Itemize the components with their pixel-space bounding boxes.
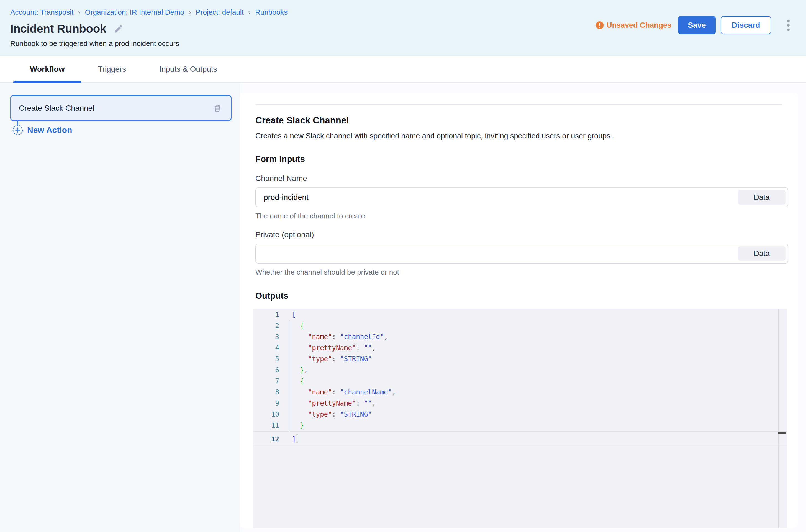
editor-line: 1[ — [253, 309, 787, 320]
delete-action-button[interactable] — [212, 102, 223, 114]
unsaved-changes-indicator: Unsaved Changes — [596, 21, 672, 30]
editor-caret — [297, 434, 297, 442]
editor-line: 10 "type": "STRING" — [253, 409, 787, 420]
page-header: Account: Transposit›Organization: IR Int… — [0, 0, 806, 56]
channel-name-data-button[interactable]: Data — [738, 190, 786, 205]
editor-line: 12] — [253, 434, 787, 445]
editor-line-content: "prettyName": "", — [290, 342, 376, 354]
outputs-heading: Outputs — [255, 291, 788, 301]
editor-line-content: "prettyName": "", — [290, 398, 376, 409]
warning-icon — [596, 21, 604, 29]
editor-line: 5 "type": "STRING" — [253, 354, 787, 364]
page-title: Incident Runbook — [10, 22, 106, 35]
editor-line-content: } — [290, 420, 304, 431]
tab-workflow[interactable]: Workflow — [13, 56, 81, 82]
detail-title: Create Slack Channel — [255, 115, 788, 126]
editor-line-number: 5 — [253, 354, 290, 364]
workflow-action-card[interactable]: Create Slack Channel — [10, 95, 232, 121]
tab-inputs-outputs[interactable]: Inputs & Outputs — [143, 56, 234, 82]
outputs-code-editor[interactable]: 1[2 {3 "name": "channelId",4 "prettyName… — [253, 309, 787, 528]
breadcrumb-separator: › — [189, 8, 191, 16]
private-helper: Whether the channel should be private or… — [255, 268, 788, 277]
app-window: Account: Transposit›Organization: IR Int… — [0, 0, 806, 532]
editor-line-number: 8 — [253, 387, 290, 398]
breadcrumb-link[interactable]: Project: default — [196, 8, 243, 17]
editor-active-line-border — [253, 445, 787, 445]
editor-line-content: }, — [290, 364, 308, 376]
content-area: Create Slack Channel New Action — [0, 83, 806, 532]
editor-line: 8 "name": "channelName", — [253, 387, 787, 398]
more-menu-icon[interactable] — [783, 16, 794, 34]
plus-circle-icon — [12, 125, 23, 136]
editor-line: 2 { — [253, 320, 787, 331]
editor-line-number: 12 — [253, 434, 290, 445]
editor-indent-guide — [290, 320, 290, 431]
breadcrumb: Account: Transposit›Organization: IR Int… — [10, 7, 806, 17]
editor-line-number: 6 — [253, 364, 290, 376]
trash-icon — [212, 103, 223, 113]
editor-line-content: "name": "channelName", — [290, 387, 396, 398]
editor-hscrollbar — [253, 431, 787, 434]
tab-triggers[interactable]: Triggers — [81, 56, 143, 82]
channel-name-input[interactable] — [255, 187, 788, 207]
form-inputs-heading: Form Inputs — [255, 154, 788, 164]
channel-name-label: Channel Name — [255, 174, 788, 183]
detail-top-divider — [255, 104, 782, 104]
editor-line-number: 9 — [253, 398, 290, 409]
editor-line-number: 4 — [253, 342, 290, 354]
editor-line-number: 10 — [253, 409, 290, 420]
discard-button[interactable]: Discard — [721, 16, 771, 34]
detail-description: Creates a new Slack channel with specifi… — [255, 132, 788, 140]
editor-line-number: 1 — [253, 309, 290, 320]
new-action-button[interactable]: New Action — [12, 125, 72, 136]
private-input[interactable] — [255, 244, 788, 264]
editor-line-content: [ — [290, 309, 296, 320]
action-detail-card: Create Slack Channel Creates a new Slack… — [240, 93, 798, 528]
editor-line-content: { — [290, 320, 304, 331]
editor-scrollbar-thumb[interactable] — [778, 432, 786, 434]
save-button[interactable]: Save — [678, 16, 716, 34]
breadcrumb-separator: › — [78, 8, 80, 16]
editor-line: 4 "prettyName": "", — [253, 342, 787, 354]
edit-pencil-icon[interactable] — [113, 24, 124, 34]
editor-line: 3 "name": "channelId", — [253, 331, 787, 342]
editor-scrollbar-track — [778, 309, 779, 528]
editor-line-content: "type": "STRING" — [290, 409, 372, 420]
editor-line-content: "name": "channelId", — [290, 331, 388, 342]
page-subtitle: Runbook to be triggered when a prod inci… — [10, 39, 806, 48]
editor-line: 9 "prettyName": "", — [253, 398, 787, 409]
private-data-button[interactable]: Data — [738, 246, 786, 261]
editor-line: 7 { — [253, 376, 787, 387]
editor-line: 6 }, — [253, 364, 787, 376]
editor-line-content: ] — [290, 434, 297, 445]
breadcrumb-separator: › — [248, 8, 251, 16]
breadcrumb-link[interactable]: Organization: IR Internal Demo — [85, 8, 184, 17]
breadcrumb-link[interactable]: Account: Transposit — [10, 8, 73, 17]
editor-line-content: { — [290, 376, 304, 387]
tab-bar: WorkflowTriggersInputs & Outputs — [0, 56, 806, 83]
editor-line: 11 } — [253, 420, 787, 431]
editor-line-number: 2 — [253, 320, 290, 331]
editor-line-number: 11 — [253, 420, 290, 431]
breadcrumb-link[interactable]: Runbooks — [255, 8, 288, 17]
unsaved-changes-label: Unsaved Changes — [607, 21, 672, 30]
workflow-panel: Create Slack Channel New Action — [0, 83, 240, 532]
channel-name-helper: The name of the channel to create — [255, 212, 788, 220]
editor-line-number: 3 — [253, 331, 290, 342]
editor-line-content: "type": "STRING" — [290, 354, 372, 364]
new-action-label: New Action — [27, 126, 72, 135]
private-label: Private (optional) — [255, 230, 788, 239]
editor-line-number: 7 — [253, 376, 290, 387]
action-card-title: Create Slack Channel — [19, 104, 212, 113]
